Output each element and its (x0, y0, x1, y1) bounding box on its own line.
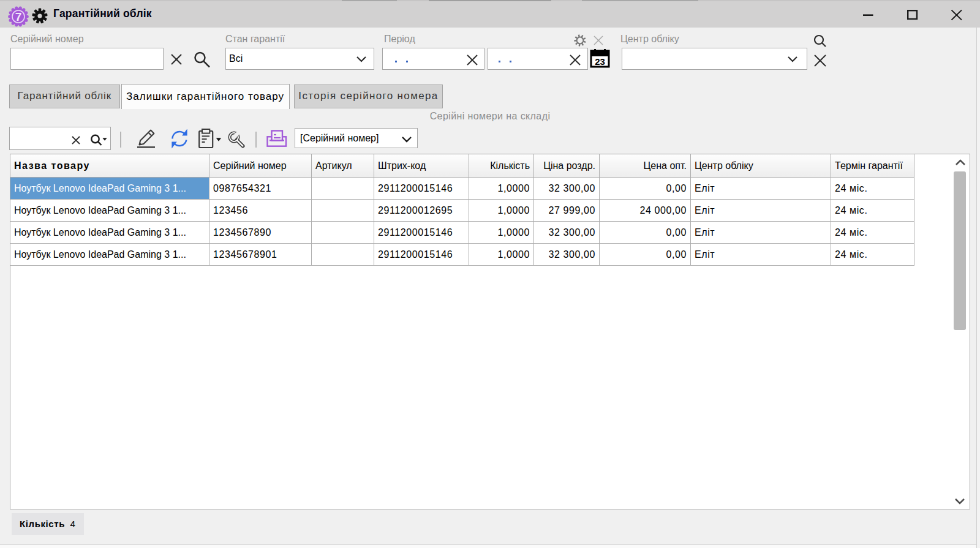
svg-text:7: 7 (15, 10, 22, 23)
svg-text:23: 23 (595, 56, 605, 67)
